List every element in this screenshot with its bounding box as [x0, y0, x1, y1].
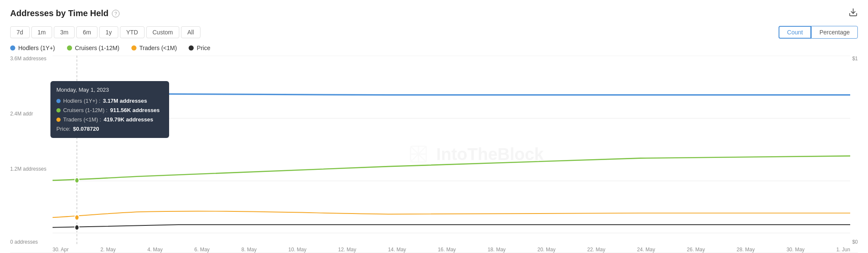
y-label-mid1: 2.4M addr: [10, 111, 33, 117]
x-axis: 30. Apr 2. May 4. May 6. May 8. May 10. …: [53, 247, 850, 253]
time-btn-1y[interactable]: 1y: [99, 26, 118, 38]
legend-hodlers: Hodlers (1Y+): [10, 45, 55, 51]
time-btn-all[interactable]: All: [181, 26, 200, 38]
x-label-9: 18. May: [487, 247, 506, 253]
x-label-1: 2. May: [100, 247, 116, 253]
tooltip-cruisers-dot: [56, 108, 61, 112]
tooltip-date: Monday, May 1, 2023: [56, 85, 163, 95]
time-range-buttons: 7d 1m 3m 6m 1y YTD Custom All: [10, 26, 200, 38]
x-label-14: 28. May: [737, 247, 755, 253]
time-btn-custom[interactable]: Custom: [146, 26, 179, 38]
y-label-top: 3.6M addresses: [10, 56, 46, 62]
svg-point-13: [75, 215, 79, 220]
chart-tooltip: Monday, May 1, 2023 Hodlers (1Y+) : 3.17…: [50, 81, 169, 138]
svg-point-12: [75, 177, 79, 183]
hodlers-dot: [10, 45, 15, 51]
toolbar: 7d 1m 3m 6m 1y YTD Custom All Count Perc…: [10, 26, 858, 39]
x-label-15: 30. May: [787, 247, 805, 253]
hodlers-label: Hodlers (1Y+): [18, 45, 55, 51]
x-label-4: 8. May: [241, 247, 256, 253]
help-icon[interactable]: ?: [112, 10, 120, 17]
x-label-3: 6. May: [195, 247, 210, 253]
x-label-7: 14. May: [388, 247, 406, 253]
x-label-16: 1. Jun: [836, 247, 850, 253]
tooltip-cruisers-label: Cruisers (1-12M) :: [63, 106, 108, 115]
price-dot: [189, 45, 194, 51]
chart-svg: [53, 56, 850, 244]
tooltip-row-hodlers: Hodlers (1Y+) : 3.17M addresses: [56, 96, 163, 106]
time-btn-1m[interactable]: 1m: [31, 26, 52, 38]
y-label-right-top: $1: [852, 56, 858, 62]
x-label-6: 12. May: [338, 247, 356, 253]
price-label: Price: [197, 45, 210, 51]
legend-cruisers: Cruisers (1-12M): [67, 45, 120, 51]
download-icon[interactable]: [849, 8, 858, 19]
tooltip-cruisers-value: 911.56K addresses: [110, 106, 160, 115]
tooltip-hodlers-label: Hodlers (1Y+) :: [63, 96, 100, 106]
tooltip-row-traders: Traders (<1M) : 419.79K addresses: [56, 115, 163, 124]
chart-legend: Hodlers (1Y+) Cruisers (1-12M) Traders (…: [10, 45, 858, 51]
tooltip-price-value: $0.078720: [73, 124, 99, 134]
time-btn-7d[interactable]: 7d: [10, 26, 30, 38]
x-label-5: 10. May: [288, 247, 306, 253]
x-label-11: 22. May: [587, 247, 606, 253]
x-label-0: 30. Apr: [53, 247, 69, 253]
traders-dot: [131, 45, 136, 51]
tooltip-traders-dot: [56, 118, 61, 122]
cruisers-dot: [67, 45, 72, 51]
y-label-mid2: 1.2M addresses: [10, 166, 46, 172]
time-btn-ytd[interactable]: YTD: [120, 26, 145, 38]
legend-traders: Traders (<1M): [131, 45, 177, 51]
y-label-right-bottom: $0: [852, 239, 858, 245]
view-btn-percentage[interactable]: Percentage: [811, 26, 858, 39]
tooltip-traders-value: 419.79K addresses: [103, 115, 153, 124]
chart-svg-container: [53, 56, 850, 244]
traders-label: Traders (<1M): [139, 45, 177, 51]
time-btn-6m[interactable]: 6m: [76, 26, 97, 38]
tooltip-traders-label: Traders (<1M) :: [63, 115, 101, 124]
svg-point-14: [75, 225, 79, 230]
x-label-8: 16. May: [438, 247, 456, 253]
x-label-10: 20. May: [537, 247, 556, 253]
view-toggle: Count Percentage: [779, 26, 858, 39]
tooltip-hodlers-value: 3.17M addresses: [103, 96, 147, 106]
legend-price: Price: [189, 45, 210, 51]
tooltip-hodlers-dot: [56, 99, 61, 103]
time-btn-3m[interactable]: 3m: [54, 26, 75, 38]
cruisers-label: Cruisers (1-12M): [75, 45, 120, 51]
x-label-13: 26. May: [687, 247, 705, 253]
view-btn-count[interactable]: Count: [779, 26, 811, 39]
tooltip-row-cruisers: Cruisers (1-12M) : 911.56K addresses: [56, 106, 163, 115]
chart-title: Addresses by Time Held: [10, 8, 108, 18]
y-label-bottom: 0 addresses: [10, 239, 38, 245]
header-left: Addresses by Time Held ?: [10, 8, 120, 18]
tooltip-price-label: Price:: [56, 124, 70, 134]
tooltip-row-price: Price: $0.078720: [56, 124, 163, 134]
chart-header: Addresses by Time Held ?: [10, 8, 858, 19]
chart-area: 3.6M addresses 2.4M addr 1.2M addresses …: [10, 56, 858, 253]
x-label-12: 24. May: [637, 247, 655, 253]
x-label-2: 4. May: [147, 247, 163, 253]
